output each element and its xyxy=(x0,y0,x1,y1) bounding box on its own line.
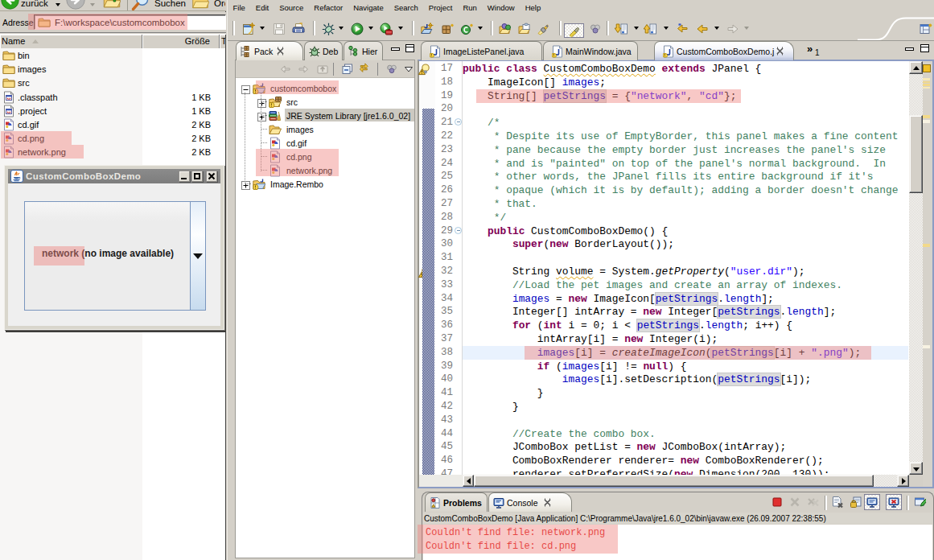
view-back-icon[interactable] xyxy=(279,63,292,76)
view-menu-icon[interactable] xyxy=(385,63,398,76)
scroll-left-button[interactable] xyxy=(463,475,474,487)
file-row[interactable]: src xyxy=(0,76,225,90)
scroll-lock-button[interactable] xyxy=(850,496,862,509)
editor-vertical-scrollbar[interactable] xyxy=(909,61,923,475)
tab-pack[interactable]: Pack xyxy=(236,41,303,60)
up-folder-icon[interactable] xyxy=(103,0,121,10)
back-arrow-icon[interactable] xyxy=(696,23,709,35)
debug-icon[interactable] xyxy=(322,23,335,35)
file-row[interactable]: bin xyxy=(0,49,225,63)
dropdown-icon[interactable] xyxy=(634,27,639,30)
tab-hier[interactable]: Hier xyxy=(344,41,383,60)
dropdown-icon[interactable] xyxy=(398,27,403,30)
menu-project[interactable]: Project xyxy=(423,3,458,12)
pkg-maximize-button[interactable] xyxy=(405,44,415,53)
back-dropdown-icon[interactable] xyxy=(56,3,60,6)
forward-arrow-disabled-icon[interactable] xyxy=(726,23,739,35)
display-console-toggle[interactable] xyxy=(886,494,902,510)
overview-marker[interactable] xyxy=(923,87,930,89)
column-header-size[interactable]: Größe xyxy=(142,35,220,48)
close-icon[interactable] xyxy=(776,47,784,56)
combo-dropdown-button[interactable] xyxy=(190,202,205,310)
overview-marker[interactable] xyxy=(923,84,930,86)
back-button-label[interactable]: zurück xyxy=(21,0,48,8)
tree-item-image-rembo[interactable]: Image.Rembo xyxy=(236,177,414,191)
search-icon[interactable] xyxy=(131,0,150,11)
dropdown-icon[interactable] xyxy=(478,27,483,30)
editor-folding-ruler[interactable] xyxy=(455,61,463,475)
remove-launch-button[interactable] xyxy=(788,496,801,509)
scrollbar-thumb[interactable] xyxy=(474,475,874,487)
pin-console-toggle[interactable] xyxy=(864,494,880,510)
tab-customcomboboxdemo-j[interactable]: CustomComboBoxDemo.j xyxy=(654,41,794,60)
file-row[interactable]: .project1 KB xyxy=(0,105,225,118)
dropdown-icon[interactable] xyxy=(664,27,669,30)
editor-overview-ruler[interactable] xyxy=(923,61,932,487)
editor-minimize-button[interactable] xyxy=(905,45,915,54)
tab-overflow-chevron[interactable]: » xyxy=(807,43,813,55)
new-wizard-icon[interactable] xyxy=(243,23,256,35)
search-torch-icon[interactable] xyxy=(537,23,549,35)
address-path[interactable]: F:\workspace\customcombobox xyxy=(55,18,185,27)
file-row[interactable]: network.png2 KB xyxy=(0,146,225,159)
collapse-all-icon[interactable] xyxy=(341,63,354,76)
collapse-icon[interactable] xyxy=(241,85,250,94)
overview-marker[interactable] xyxy=(923,120,930,123)
scroll-right-button[interactable] xyxy=(897,475,909,487)
print-icon[interactable] xyxy=(292,23,305,35)
tab-mainwindow-java[interactable]: MainWindow.java xyxy=(543,41,638,60)
gray-balls-icon[interactable] xyxy=(589,23,602,35)
tab-imagelistepanel-java[interactable]: ImageListePanel.java xyxy=(421,41,542,60)
dropdown-icon[interactable] xyxy=(714,27,719,30)
open-task-icon[interactable] xyxy=(518,23,531,35)
folders-icon[interactable] xyxy=(191,0,209,10)
menu-search[interactable]: Search xyxy=(389,3,423,12)
menu-source[interactable]: Source xyxy=(274,3,309,12)
dropdown-icon[interactable] xyxy=(339,27,344,30)
close-icon[interactable] xyxy=(543,498,552,507)
last-edit-location-icon[interactable] xyxy=(676,23,689,35)
menu-navigate[interactable]: Navigate xyxy=(348,3,389,12)
overview-warning-header[interactable] xyxy=(923,64,931,72)
editor-maximize-button[interactable] xyxy=(920,44,930,53)
editor-horizontal-scrollbar[interactable] xyxy=(463,475,909,487)
mark-occurrences-toggle[interactable] xyxy=(564,23,584,38)
console-output[interactable]: Couldn't find file: network.pngCouldn't … xyxy=(423,525,932,560)
fold-collapse-icon[interactable] xyxy=(455,118,462,126)
minimize-button[interactable] xyxy=(179,171,190,182)
menu-refactor[interactable]: Refactor xyxy=(309,3,348,12)
editor-line-numbers[interactable]: 1718192021222324252627282930313233343536… xyxy=(435,61,455,475)
dropdown-icon[interactable] xyxy=(260,27,265,30)
tab-deb[interactable]: Deb xyxy=(304,41,343,60)
file-row[interactable]: .classpath1 KB xyxy=(0,91,225,105)
view-menu-dropdown-icon[interactable] xyxy=(405,67,413,72)
prev-annotation-icon[interactable] xyxy=(644,23,656,35)
link-editor-icon[interactable] xyxy=(358,63,371,76)
view-up-icon[interactable] xyxy=(316,63,329,76)
address-combo[interactable]: F:\workspace\customcombobox xyxy=(34,14,226,30)
clear-console-button[interactable] xyxy=(831,496,844,509)
search-label[interactable]: Suchen xyxy=(154,0,186,8)
new-java-project-icon[interactable] xyxy=(421,23,434,35)
save-disabled-icon[interactable] xyxy=(273,23,286,35)
file-row[interactable]: cd.gif2 KB xyxy=(0,118,225,132)
tab-problems[interactable]: Problems xyxy=(425,492,488,512)
overview-marker[interactable] xyxy=(923,115,930,118)
menu-run[interactable]: Run xyxy=(458,3,482,12)
editor-code[interactable]: public class CustomComboBoxDemo extends … xyxy=(463,61,908,476)
view-forward-icon[interactable] xyxy=(297,63,310,76)
column-header-type[interactable]: T xyxy=(220,35,225,48)
back-button[interactable] xyxy=(1,0,19,10)
open-console-button[interactable] xyxy=(914,496,927,509)
scroll-down-button[interactable] xyxy=(909,462,923,475)
menu-edit[interactable]: Edit xyxy=(250,3,274,12)
fold-collapse-icon[interactable] xyxy=(455,227,462,234)
close-button[interactable] xyxy=(206,171,217,182)
open-type-icon[interactable] xyxy=(499,23,512,35)
forward-dropdown-icon[interactable] xyxy=(90,3,95,6)
quickfix-warning-icon[interactable] xyxy=(418,64,430,75)
menu-window[interactable]: Window xyxy=(482,3,520,12)
demo-titlebar[interactable]: CustomComboBoxDemo xyxy=(8,169,220,183)
maximize-button[interactable] xyxy=(191,171,203,182)
new-java-class-icon[interactable] xyxy=(460,23,473,35)
